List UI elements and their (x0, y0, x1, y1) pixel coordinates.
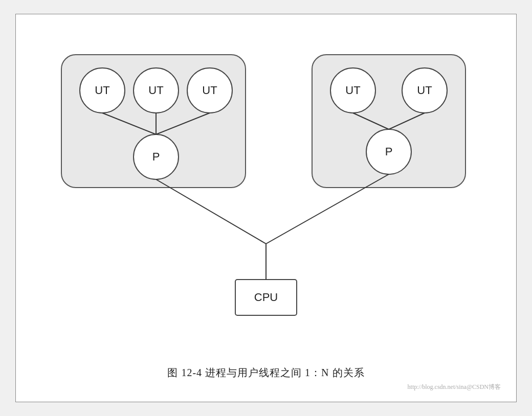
figure-caption: 图 12-4 进程与用户线程之间 1：N 的关系 (26, 361, 506, 382)
svg-text:UT: UT (148, 84, 163, 97)
svg-line-23 (156, 179, 266, 244)
diagram-area: UT UT UT P UT UT P (26, 25, 506, 361)
svg-text:P: P (152, 150, 160, 163)
svg-text:UT: UT (95, 84, 109, 97)
svg-text:CPU: CPU (254, 291, 278, 304)
svg-text:UT: UT (345, 84, 360, 97)
svg-text:UT: UT (417, 84, 432, 97)
diagram-svg: UT UT UT P UT UT P (46, 44, 486, 341)
watermark-text: http://blog.csdn.net/sina@CSDN博客 (26, 383, 506, 391)
svg-text:UT: UT (202, 84, 217, 97)
page-container: UT UT UT P UT UT P (15, 14, 517, 402)
svg-text:P: P (385, 145, 393, 158)
